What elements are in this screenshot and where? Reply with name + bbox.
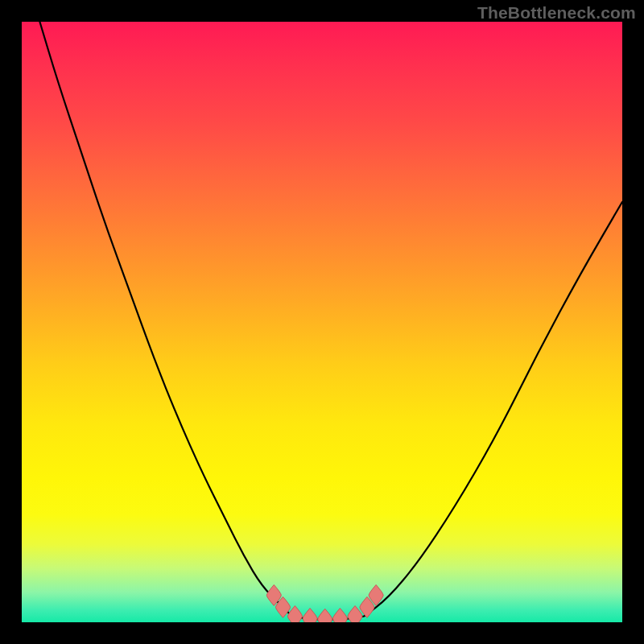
- valley-marker: [303, 609, 317, 622]
- bottleneck-curve: [39, 22, 622, 619]
- curve-path: [39, 22, 622, 619]
- watermark-text: TheBottleneck.com: [477, 3, 636, 23]
- valley-marker: [332, 609, 347, 622]
- valley-markers: [266, 584, 383, 622]
- plot-area: [22, 22, 622, 622]
- chart-frame: TheBottleneck.com: [0, 0, 644, 644]
- valley-marker: [318, 609, 332, 622]
- curve-layer: [22, 22, 622, 622]
